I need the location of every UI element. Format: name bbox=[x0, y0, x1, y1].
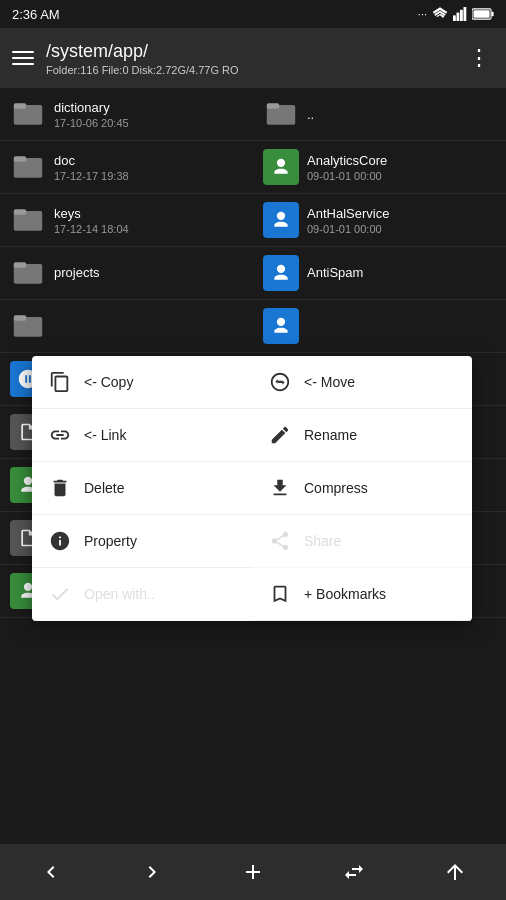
folder-icon bbox=[10, 202, 46, 238]
property-icon bbox=[48, 529, 72, 553]
link-icon bbox=[48, 423, 72, 447]
folder-icon bbox=[10, 96, 46, 132]
add-button[interactable] bbox=[229, 848, 277, 896]
bookmarks-label: + Bookmarks bbox=[304, 586, 386, 602]
list-item[interactable]: doc 17-12-17 19:38 bbox=[0, 141, 253, 194]
file-meta: 09-01-01 00:00 bbox=[307, 170, 496, 182]
file-name: AnalyticsCore bbox=[307, 153, 496, 168]
copy-menu-item[interactable]: <- Copy bbox=[32, 356, 252, 409]
header: /system/app/ Folder:116 File:0 Disk:2.72… bbox=[0, 28, 506, 88]
list-item[interactable] bbox=[253, 300, 506, 353]
openwith-label: Open with.. bbox=[84, 586, 155, 602]
list-item[interactable]: AntiSpam bbox=[253, 247, 506, 300]
compress-icon bbox=[268, 476, 292, 500]
copy-icon bbox=[48, 370, 72, 394]
bottom-bar bbox=[0, 844, 506, 900]
svg-rect-3 bbox=[464, 7, 467, 21]
header-subtitle: Folder:116 File:0 Disk:2.72G/4.77G RO bbox=[46, 64, 452, 76]
apk-icon bbox=[263, 202, 299, 238]
share-menu-item[interactable]: Share bbox=[252, 515, 472, 568]
wifi-icon bbox=[432, 7, 448, 21]
list-item[interactable]: AnalyticsCore 09-01-01 00:00 bbox=[253, 141, 506, 194]
up-button[interactable] bbox=[431, 848, 479, 896]
folder-icon bbox=[10, 255, 46, 291]
svg-rect-2 bbox=[460, 10, 463, 21]
svg-rect-6 bbox=[473, 10, 489, 17]
bookmarks-menu-item[interactable]: + Bookmarks bbox=[252, 568, 472, 621]
battery-icon bbox=[472, 8, 494, 20]
compress-menu-item[interactable]: Compress bbox=[252, 462, 472, 515]
list-item[interactable] bbox=[0, 300, 253, 353]
list-item[interactable]: AntHalService 09-01-01 00:00 bbox=[253, 194, 506, 247]
move-icon bbox=[268, 370, 292, 394]
file-meta: 17-12-14 18:04 bbox=[54, 223, 243, 235]
menu-grid: <- Copy <- Move <- Link bbox=[32, 356, 472, 621]
apk-icon bbox=[263, 255, 299, 291]
file-meta: 17-10-06 20:45 bbox=[54, 117, 243, 129]
file-name: AntHalService bbox=[307, 206, 496, 221]
signal-bars-icon bbox=[453, 7, 467, 21]
file-name: AntiSpam bbox=[307, 265, 496, 280]
context-menu: <- Copy <- Move <- Link bbox=[32, 356, 472, 621]
bookmarks-icon bbox=[268, 582, 292, 606]
file-name: dictionary bbox=[54, 100, 243, 115]
forward-button[interactable] bbox=[128, 848, 176, 896]
header-title: /system/app/ bbox=[46, 41, 452, 62]
svg-rect-1 bbox=[457, 13, 460, 21]
list-item[interactable]: projects bbox=[0, 247, 253, 300]
file-list: dictionary 17-10-06 20:45 doc 17-12-17 1… bbox=[0, 88, 506, 844]
folder-icon bbox=[263, 96, 299, 132]
list-item[interactable]: keys 17-12-14 18:04 bbox=[0, 194, 253, 247]
list-item[interactable]: .. bbox=[253, 88, 506, 141]
svg-rect-0 bbox=[453, 15, 456, 21]
status-time: 2:36 AM bbox=[12, 7, 60, 22]
apk-icon bbox=[263, 149, 299, 185]
move-menu-item[interactable]: <- Move bbox=[252, 356, 472, 409]
move-label: <- Move bbox=[304, 374, 355, 390]
folder-icon bbox=[10, 308, 46, 344]
copy-label: <- Copy bbox=[84, 374, 133, 390]
openwith-icon bbox=[48, 582, 72, 606]
rename-icon bbox=[268, 423, 292, 447]
svg-rect-12 bbox=[14, 209, 26, 214]
status-icons: ··· bbox=[418, 7, 494, 21]
delete-icon bbox=[48, 476, 72, 500]
back-button[interactable] bbox=[27, 848, 75, 896]
swap-button[interactable] bbox=[330, 848, 378, 896]
rename-label: Rename bbox=[304, 427, 357, 443]
list-item[interactable]: dictionary 17-10-06 20:45 bbox=[0, 88, 253, 141]
file-name: .. bbox=[307, 107, 496, 122]
svg-rect-10 bbox=[14, 156, 26, 161]
svg-rect-14 bbox=[14, 262, 26, 267]
svg-rect-5 bbox=[491, 12, 493, 16]
more-options-button[interactable]: ⋮ bbox=[464, 41, 494, 75]
property-menu-item[interactable]: Property bbox=[32, 515, 252, 568]
rename-menu-item[interactable]: Rename bbox=[252, 409, 472, 462]
status-bar: 2:36 AM ··· bbox=[0, 0, 506, 28]
menu-button[interactable] bbox=[12, 51, 34, 65]
signal-dots-icon: ··· bbox=[418, 8, 427, 20]
delete-label: Delete bbox=[84, 480, 124, 496]
apk-icon bbox=[263, 308, 299, 344]
file-meta: 17-12-17 19:38 bbox=[54, 170, 243, 182]
share-icon bbox=[268, 529, 292, 553]
property-label: Property bbox=[84, 533, 137, 549]
svg-rect-16 bbox=[14, 315, 26, 320]
file-meta: 09-01-01 00:00 bbox=[307, 223, 496, 235]
file-name: doc bbox=[54, 153, 243, 168]
header-title-block: /system/app/ Folder:116 File:0 Disk:2.72… bbox=[46, 41, 452, 76]
file-name: projects bbox=[54, 265, 243, 280]
link-label: <- Link bbox=[84, 427, 126, 443]
share-label: Share bbox=[304, 533, 341, 549]
svg-rect-8 bbox=[14, 103, 26, 108]
delete-menu-item[interactable]: Delete bbox=[32, 462, 252, 515]
file-name: keys bbox=[54, 206, 243, 221]
folder-icon bbox=[10, 149, 46, 185]
compress-label: Compress bbox=[304, 480, 368, 496]
link-menu-item[interactable]: <- Link bbox=[32, 409, 252, 462]
svg-rect-18 bbox=[267, 103, 279, 108]
openwith-menu-item[interactable]: Open with.. bbox=[32, 568, 252, 621]
